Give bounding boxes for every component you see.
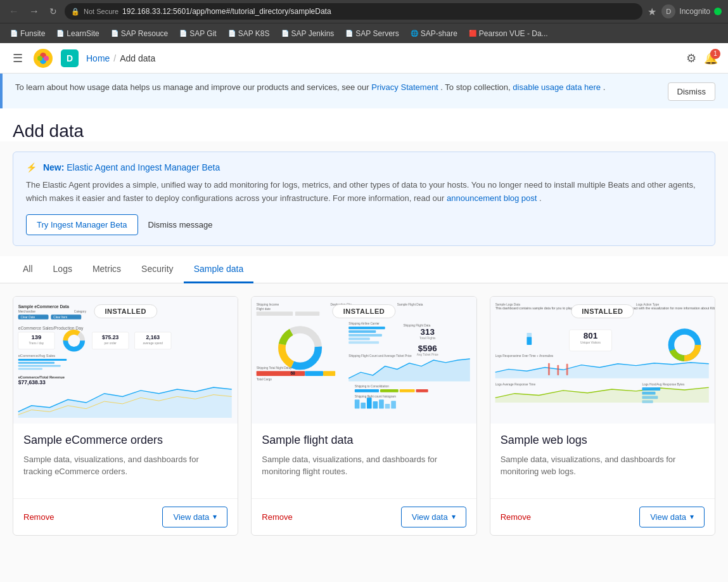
tab-security[interactable]: Security	[131, 256, 184, 283]
card-flights-image: INSTALLED Shipping Income Destination Ci…	[252, 297, 476, 424]
tab-metrics[interactable]: Metrics	[82, 256, 131, 283]
dismiss-button[interactable]: Dismiss	[668, 82, 716, 101]
bookmark-label: Funsite	[20, 29, 45, 38]
tab-sample-data[interactable]: Sample data	[184, 256, 254, 283]
svg-text:Logs Responseime Over Time + A: Logs Responseime Over Time + Anomalies	[495, 354, 553, 358]
user-avatar: D	[61, 49, 79, 67]
bookmark-funsite[interactable]: 📄 Funsite	[5, 27, 50, 41]
svg-rect-65	[380, 389, 399, 392]
tab-logs[interactable]: Logs	[43, 256, 82, 283]
privacy-statement-link[interactable]: Privacy Statement	[371, 82, 438, 92]
svg-text:Logs Host/Avg Response Bytes: Logs Host/Avg Response Bytes	[642, 383, 685, 386]
reload-button[interactable]: ↻	[47, 4, 60, 19]
view-data-flights-button[interactable]: View data ▾	[401, 507, 466, 527]
svg-rect-29	[18, 365, 61, 366]
svg-text:Shipping to Consolidation: Shipping to Consolidation	[355, 385, 389, 388]
svg-rect-70	[361, 403, 366, 409]
svg-marker-88	[495, 362, 708, 378]
card-ecommerce-image: INSTALLED Sample eCommerce Data Merchand…	[13, 297, 238, 424]
cards-grid: INSTALLED Sample eCommerce Data Merchand…	[0, 283, 728, 548]
svg-rect-90	[557, 365, 559, 375]
view-data-weblogs-button[interactable]: View data ▾	[639, 507, 705, 527]
bookmark-sap-git[interactable]: 📄 SAP Git	[174, 27, 221, 41]
menu-button[interactable]: ☰	[10, 49, 25, 68]
forward-button[interactable]: →	[27, 3, 42, 20]
bookmark-learnsite[interactable]: 📄 LearnSite	[51, 27, 104, 41]
svg-rect-49	[349, 330, 376, 333]
svg-text:139: 139	[31, 333, 41, 340]
back-button[interactable]: ←	[6, 3, 22, 20]
card-weblogs-content: Sample web logs Sample data, visualizati…	[490, 424, 715, 498]
svg-rect-74	[385, 404, 390, 409]
chevron-down-icon: ▾	[690, 512, 694, 521]
card-flights-desc: Sample data, visualizations, and dashboa…	[262, 453, 466, 478]
svg-point-4	[44, 56, 49, 61]
view-data-ecommerce-label: View data	[173, 512, 209, 522]
settings-button[interactable]: ⚙	[686, 51, 696, 65]
breadcrumb: Home / Add data	[86, 53, 155, 63]
svg-rect-67	[416, 389, 428, 392]
agent-icon: ⚡	[26, 162, 37, 172]
not-secure-label: Not Secure	[84, 8, 118, 15]
bookmark-sap-k8s[interactable]: 📄 SAP K8S	[223, 27, 275, 41]
dismiss-message-button[interactable]: Dismiss message	[148, 220, 213, 230]
svg-rect-51	[349, 337, 371, 340]
svg-marker-93	[495, 387, 708, 403]
notifications-button[interactable]: 🔔 1	[704, 51, 718, 65]
feature-desc-suffix: .	[539, 193, 542, 203]
breadcrumb-home[interactable]: Home	[86, 53, 110, 63]
remove-ecommerce-button[interactable]: Remove	[23, 512, 54, 522]
bookmark-label: SAP Servers	[355, 29, 399, 38]
notification-badge: 1	[710, 49, 720, 59]
remove-weblogs-button[interactable]: Remove	[501, 512, 531, 522]
tab-all[interactable]: All	[13, 256, 43, 283]
svg-rect-71	[367, 398, 372, 408]
svg-text:Sample Logs Data: Sample Logs Data	[495, 302, 520, 306]
svg-rect-27	[18, 359, 67, 361]
svg-rect-30	[18, 368, 42, 370]
bookmarks-bar: 📄 Funsite 📄 LearnSite 📄 SAP Resouce 📄 SA…	[0, 23, 728, 43]
page-title: Add data	[13, 121, 715, 141]
svg-rect-72	[373, 401, 378, 408]
announcement-blog-link[interactable]: announcement blog post	[447, 193, 537, 203]
installed-badge-weblogs: INSTALLED	[571, 304, 634, 318]
profile-icon: D	[661, 4, 675, 18]
address-bar[interactable]: 🔒 Not Secure 192.168.33.12:5601/app/home…	[65, 3, 642, 20]
feature-banner: ⚡ New: Elastic Agent and Ingest Manager …	[13, 152, 715, 246]
card-flights-actions: Remove View data ▾	[252, 498, 476, 535]
svg-text:Trans / day: Trans / day	[29, 342, 44, 345]
bookmark-sap-share[interactable]: 🌐 SAP-share	[406, 27, 463, 41]
svg-text:$75.23: $75.23	[102, 334, 119, 340]
bookmark-icon: 🌐	[411, 30, 418, 37]
svg-rect-50	[349, 333, 383, 336]
bookmark-sap-jenkins[interactable]: 📄 SAP Jenkins	[276, 27, 340, 41]
svg-point-3	[37, 56, 42, 61]
bookmark-sap-servers[interactable]: 📄 SAP Servers	[340, 27, 404, 41]
svg-text:Shipping Total Night Delay: Shipping Total Night Delay	[257, 366, 292, 370]
svg-marker-33	[18, 387, 232, 418]
svg-text:Total Flights: Total Flights	[419, 337, 436, 340]
bookmark-icon: 📄	[56, 30, 64, 37]
url-text: 192.168.33.12:5601/app/home#/tutorial_di…	[122, 7, 331, 16]
card-weblogs-actions: Remove View data ▾	[490, 498, 715, 535]
try-ingest-manager-button[interactable]: Try Ingest Manager Beta	[26, 214, 138, 235]
svg-marker-56	[349, 359, 471, 381]
tabs-area: All Logs Metrics Security Sample data	[0, 256, 728, 283]
bookmark-label: SAP Resouce	[121, 29, 169, 38]
page-title-area: Add data	[0, 108, 728, 141]
card-flights: INSTALLED Shipping Income Destination Ci…	[251, 296, 476, 536]
bookmark-star-button[interactable]: ★	[648, 6, 656, 18]
bookmark-sap-resource[interactable]: 📄 SAP Resouce	[106, 27, 174, 41]
bookmark-pearson-vue[interactable]: 🟥 Pearson VUE - Da...	[464, 27, 553, 41]
view-data-ecommerce-button[interactable]: View data ▾	[162, 507, 227, 527]
settings-icon: ⚙	[686, 52, 696, 65]
svg-text:Avg Ticket Price: Avg Ticket Price	[417, 353, 438, 356]
card-weblogs-desc: Sample data, visualizations, and dashboa…	[501, 453, 705, 478]
feature-banner-title: ⚡ New: Elastic Agent and Ingest Manager …	[26, 162, 702, 172]
svg-rect-60	[323, 371, 335, 376]
feature-desc-text: The Elastic Agent provides a simple, uni…	[26, 180, 696, 203]
bookmark-icon: 🟥	[469, 30, 476, 37]
remove-flights-button[interactable]: Remove	[262, 512, 292, 522]
disable-usage-link[interactable]: disable usage data here	[513, 82, 601, 92]
svg-text:Shipping Airline Carrier: Shipping Airline Carrier	[349, 322, 380, 325]
